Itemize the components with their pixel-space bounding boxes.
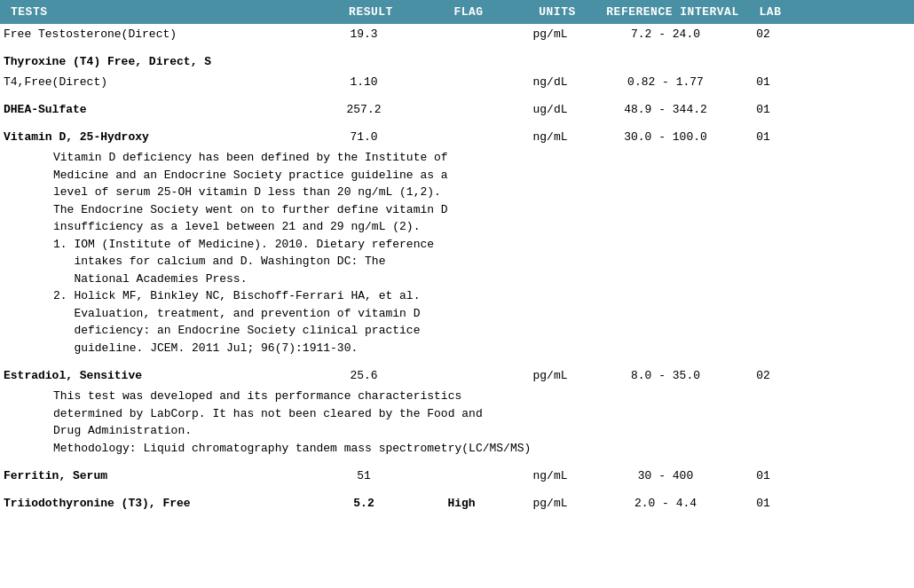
test-lab: 01 <box>737 497 790 510</box>
table-body: Free Testosterone(Direct)19.3pg/mL7.2 - … <box>0 24 914 514</box>
test-lab: 01 <box>737 75 790 89</box>
test-name: DHEA-Sulfate <box>0 103 311 116</box>
header-flag: FLAG <box>424 5 513 19</box>
test-reference-interval: 2.0 - 4.4 <box>595 497 737 510</box>
test-reference-interval: 0.82 - 1.77 <box>595 75 737 89</box>
spacer <box>0 44 914 51</box>
test-reference-interval: 48.9 - 344.2 <box>595 103 737 116</box>
note-line: Vitamin D deficiency has been defined by… <box>53 149 914 167</box>
table-row: Triiodothyronine (T3), Free5.2Highpg/mL2… <box>0 493 914 514</box>
test-result: 71.0 <box>311 130 417 144</box>
test-reference-interval: 8.0 - 35.0 <box>595 369 737 382</box>
test-lab: 01 <box>737 469 790 482</box>
test-reference-interval: 30 - 400 <box>595 469 737 482</box>
test-units: pg/mL <box>506 27 595 41</box>
table-header: TESTS RESULT FLAG UNITS REFERENCE INTERV… <box>0 0 914 24</box>
table-row: Thyroxine (T4) Free, Direct, S <box>0 51 914 72</box>
note-line: Drug Administration. <box>53 422 914 440</box>
test-units: ng/mL <box>506 469 595 482</box>
test-notes: This test was developed and its performa… <box>0 386 914 459</box>
header-reference: REFERENCE INTERVAL <box>602 5 744 19</box>
note-line: determined by LabCorp. It has not been c… <box>53 405 914 423</box>
test-result: 5.2 <box>311 497 417 510</box>
test-name: Estradiol, Sensitive <box>0 369 311 382</box>
header-result: RESULT <box>318 5 424 19</box>
header-lab: LAB <box>744 5 797 19</box>
test-units: pg/mL <box>506 497 595 510</box>
test-result: 1.10 <box>311 75 417 89</box>
table-row: Vitamin D, 25-Hydroxy71.0ng/mL30.0 - 100… <box>0 127 914 147</box>
test-name: Ferritin, Serum <box>0 469 311 482</box>
header-units: UNITS <box>513 5 602 19</box>
test-name: Thyroxine (T4) Free, Direct, S <box>0 55 311 68</box>
note-line: 1. IOM (Institute of Medicine). 2010. Di… <box>53 236 914 254</box>
note-line: intakes for calcium and D. Washington DC… <box>53 253 914 270</box>
spacer <box>0 358 914 365</box>
test-notes: Vitamin D deficiency has been defined by… <box>0 147 914 358</box>
spacer <box>0 486 914 493</box>
spacer <box>0 120 914 127</box>
test-units: ng/mL <box>506 130 595 144</box>
test-units: ng/dL <box>506 75 595 89</box>
note-line: deficiency: an Endocrine Society clinica… <box>53 322 914 340</box>
spacer <box>0 92 914 99</box>
note-line: This test was developed and its performa… <box>53 388 914 405</box>
note-line: The Endocrine Society went on to further… <box>53 201 914 219</box>
note-line: Methodology: Liquid chromatography tande… <box>53 440 914 458</box>
test-name: T4,Free(Direct) <box>0 75 311 89</box>
note-line: level of serum 25-OH vitamin D less than… <box>53 184 914 201</box>
table-row: Free Testosterone(Direct)19.3pg/mL7.2 - … <box>0 24 914 44</box>
test-name: Free Testosterone(Direct) <box>0 27 311 41</box>
test-lab: 01 <box>737 130 790 144</box>
note-line: National Academies Press. <box>53 270 914 288</box>
table-row: DHEA-Sulfate257.2ug/dL48.9 - 344.201 <box>0 99 914 120</box>
note-line: Evaluation, treatment, and prevention of… <box>53 305 914 323</box>
test-result: 257.2 <box>311 103 417 116</box>
note-line: guideline. JCEM. 2011 Jul; 96(7):1911-30… <box>53 340 914 357</box>
test-name: Vitamin D, 25-Hydroxy <box>0 130 311 144</box>
note-line: insufficiency as a level between 21 and … <box>53 218 914 236</box>
test-result: 25.6 <box>311 369 417 382</box>
test-lab: 02 <box>737 369 790 382</box>
test-result: 51 <box>311 469 417 482</box>
table-row: Ferritin, Serum51ng/mL30 - 40001 <box>0 466 914 486</box>
test-name: Triiodothyronine (T3), Free <box>0 497 311 510</box>
table-row: Estradiol, Sensitive25.6pg/mL8.0 - 35.00… <box>0 365 914 386</box>
test-result: 19.3 <box>311 27 417 41</box>
test-units: ug/dL <box>506 103 595 116</box>
note-line: 2. Holick MF, Binkley NC, Bischoff-Ferra… <box>53 287 914 305</box>
table-row: T4,Free(Direct)1.10ng/dL0.82 - 1.7701 <box>0 72 914 92</box>
note-line: Medicine and an Endocrine Society practi… <box>53 167 914 184</box>
test-flag: High <box>417 497 506 510</box>
test-reference-interval: 30.0 - 100.0 <box>595 130 737 144</box>
test-reference-interval: 7.2 - 24.0 <box>595 27 737 41</box>
test-lab: 02 <box>737 27 790 41</box>
header-tests: TESTS <box>7 5 318 19</box>
spacer <box>0 459 914 466</box>
test-lab: 01 <box>737 103 790 116</box>
test-units: pg/mL <box>506 369 595 382</box>
lab-results-container: TESTS RESULT FLAG UNITS REFERENCE INTERV… <box>0 0 914 514</box>
